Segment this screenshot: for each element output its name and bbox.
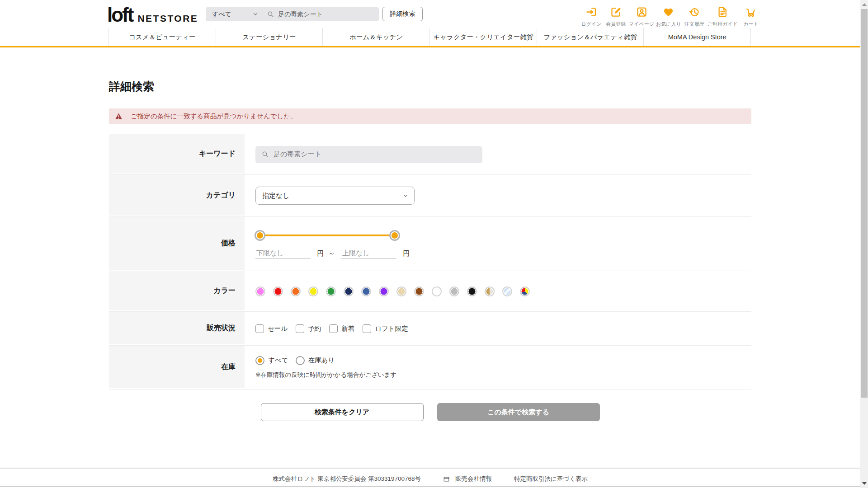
search-field — [262, 7, 379, 21]
footer: 株式会社ロフト 東京都公安委員会 第303319700768号 販売会社情報 特… — [0, 468, 860, 488]
register-icon — [610, 6, 622, 20]
color-swatch-clear[interactable] — [502, 286, 512, 296]
nav-item-1[interactable]: コスメ＆ビューティー — [108, 28, 216, 46]
warning-icon — [115, 113, 127, 120]
quick-link-register[interactable]: 会員登録 — [604, 6, 627, 28]
logo-netstore-text: NETSTORE — [137, 13, 198, 24]
stock-options: すべて在庫あり — [255, 356, 751, 365]
sales-checkbox-2[interactable]: 予約 — [296, 324, 321, 333]
keyword-label: キーワード — [109, 134, 245, 174]
header: loft NETSTORE すべて 詳細検索 ログイン会員登録マイページお気に入… — [0, 0, 868, 28]
color-swatch-gray[interactable] — [449, 286, 459, 296]
quick-link-login[interactable]: ログイン — [580, 6, 603, 28]
color-swatch-orange[interactable] — [291, 286, 301, 296]
category-select[interactable]: 指定なし — [255, 187, 415, 205]
quick-link-cart[interactable]: カート — [740, 6, 762, 28]
search-form: キーワード カテゴリ 指定なし 価格 — [109, 134, 751, 389]
nav-item-3[interactable]: ホーム＆キッチン — [322, 28, 429, 46]
footer-link-commercial-law[interactable]: 特定商取引法に基づく表示 — [514, 475, 588, 483]
quick-link-label: 注文履歴 — [684, 21, 704, 28]
color-swatch-blue[interactable] — [361, 286, 371, 296]
price-max-input[interactable] — [341, 248, 396, 259]
price-slider-max-handle[interactable] — [389, 230, 400, 241]
loft-logo[interactable]: loft NETSTORE — [107, 4, 198, 26]
stock-radio-1[interactable]: すべて — [255, 356, 288, 365]
quick-link-favorites[interactable]: お気に入り — [656, 6, 681, 28]
checkbox-label: 予約 — [308, 324, 321, 333]
login-icon — [585, 6, 598, 20]
footer-separator — [503, 476, 503, 483]
quick-link-mypage[interactable]: マイページ — [629, 6, 654, 28]
guide-icon — [717, 6, 729, 20]
form-actions: 検索条件をクリア この条件で検索する — [109, 403, 751, 421]
color-swatch-black[interactable] — [467, 286, 477, 296]
color-swatch-beige[interactable] — [396, 286, 406, 296]
color-swatch-navy[interactable] — [344, 286, 354, 296]
chevron-down-icon — [252, 11, 259, 19]
quick-link-label: カート — [743, 21, 759, 28]
scrollbar-up-arrow[interactable] — [862, 3, 867, 6]
radio-circle — [255, 356, 264, 365]
category-selected-value: 指定なし — [262, 192, 290, 200]
price-slider-min-handle[interactable] — [255, 230, 265, 241]
sales-checkbox-3[interactable]: 新着 — [329, 324, 354, 333]
color-swatch-multicolor[interactable] — [520, 286, 530, 296]
scrollbar-down-arrow[interactable] — [862, 482, 867, 485]
stock-radio-2[interactable]: 在庫あり — [296, 356, 335, 365]
error-message-text: ご指定の条件に一致する商品が見つかりませんでした。 — [131, 112, 297, 121]
color-swatch-pink[interactable] — [255, 286, 265, 296]
clear-conditions-button[interactable]: 検索条件をクリア — [261, 403, 424, 421]
keyword-input-wrap — [255, 146, 482, 163]
main-content: 詳細検索 ご指定の条件に一致する商品が見つかりませんでした。 キーワード カテゴ… — [109, 79, 751, 421]
stock-note: ※在庫情報の反映に時間がかかる場合がございます — [255, 371, 751, 379]
search-category-dropdown[interactable]: すべて — [206, 7, 262, 21]
radio-label: 在庫あり — [308, 356, 335, 365]
checkbox-box — [255, 324, 264, 333]
advanced-search-button[interactable]: 詳細検索 — [382, 7, 423, 21]
color-swatch-brown[interactable] — [414, 286, 424, 296]
form-row-sales-status: 販売状況 セール予約新着ロフト限定 — [109, 312, 751, 346]
error-message-bar: ご指定の条件に一致する商品が見つかりませんでした。 — [109, 108, 751, 124]
logo-loft-text: loft — [107, 4, 132, 26]
quick-link-history[interactable]: 注文履歴 — [683, 6, 706, 28]
page-title: 詳細検索 — [109, 79, 751, 94]
footer-separator — [432, 476, 432, 483]
keyword-input[interactable] — [274, 150, 463, 158]
footer-link-company-info[interactable]: 販売会社情報 — [443, 475, 492, 483]
form-row-stock: 在庫 すべて在庫あり ※在庫情報の反映に時間がかかる場合がございます — [109, 346, 751, 389]
scrollbar-thumb[interactable] — [861, 9, 868, 398]
search-icon — [261, 150, 269, 158]
form-row-price: 価格 円 ～ 円 — [109, 217, 751, 271]
category-label: カテゴリ — [109, 175, 245, 216]
page: loft NETSTORE すべて 詳細検索 ログイン会員登録マイページお気に入… — [0, 0, 868, 488]
quick-link-label: ご利用ガイド — [708, 21, 738, 28]
header-quick-links: ログイン会員登録マイページお気に入り注文履歴ご利用ガイドカート — [579, 6, 763, 28]
sales-checkbox-1[interactable]: セール — [255, 324, 288, 333]
price-min-input[interactable] — [255, 248, 311, 259]
radio-label: すべて — [268, 356, 288, 365]
range-separator: ～ — [328, 249, 335, 258]
color-swatch-purple[interactable] — [379, 286, 389, 296]
color-swatch-green[interactable] — [326, 286, 336, 296]
color-swatch-yellow[interactable] — [308, 286, 318, 296]
nav-item-4[interactable]: キャラクター・クリエイター雑貨 — [429, 28, 537, 46]
sales-status-options: セール予約新着ロフト限定 — [255, 324, 751, 333]
sales-status-label: 販売状況 — [109, 312, 245, 345]
quick-link-label: マイページ — [629, 21, 654, 28]
vertical-scrollbar[interactable] — [860, 0, 868, 488]
search-submit-button[interactable]: この条件で検索する — [437, 403, 600, 421]
color-swatch-white[interactable] — [432, 286, 442, 296]
nav-item-6[interactable]: MoMA Design Store — [643, 28, 751, 46]
color-swatch-red[interactable] — [273, 286, 283, 296]
color-swatch-row — [255, 286, 751, 296]
color-swatch-gold-silver[interactable] — [485, 286, 495, 296]
nav-item-5[interactable]: ファッション＆バラエティ雑貨 — [537, 28, 644, 46]
quick-link-guide[interactable]: ご利用ガイド — [708, 6, 738, 28]
quick-link-label: ログイン — [581, 21, 601, 28]
nav-item-2[interactable]: ステーショナリー — [216, 28, 323, 46]
sales-checkbox-4[interactable]: ロフト限定 — [363, 324, 408, 333]
header-search-input[interactable] — [278, 11, 377, 18]
form-row-category: カテゴリ 指定なし — [109, 175, 751, 217]
price-label: 価格 — [109, 217, 245, 271]
checkbox-label: ロフト限定 — [375, 324, 408, 333]
